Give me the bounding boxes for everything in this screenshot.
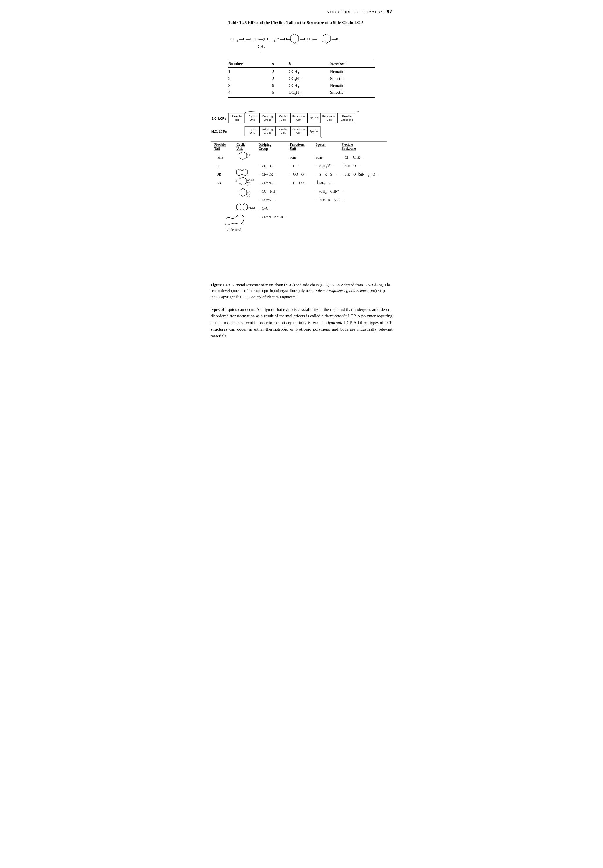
svg-text:—(CH: —(CH — [315, 190, 325, 193]
svg-text:M.C. LCPs: M.C. LCPs — [211, 130, 227, 134]
svg-text:Tail: Tail — [234, 118, 239, 121]
page-header: STRUCTURE OF POLYMERS 97 — [211, 9, 393, 15]
svg-text:—SiR: —SiR — [315, 181, 324, 185]
svg-text:Flexible: Flexible — [342, 114, 351, 118]
svg-text:—CR=CR—: —CR=CR— — [258, 173, 276, 176]
svg-text:X: X — [235, 179, 237, 182]
svg-marker-120 — [239, 188, 246, 196]
svg-text:2: 2 — [326, 166, 327, 169]
svg-text:OR: OR — [216, 173, 221, 176]
svg-text:): ) — [328, 164, 329, 168]
svg-text:2: 2 — [325, 192, 326, 194]
table-cell-structure: Nematic — [330, 68, 375, 76]
chemical-formula: CH 3 —C—COO—(CH 2 ) n —O— CH 2 —COO— —R — [228, 28, 393, 56]
table-cell-r: OC6H13 — [289, 90, 330, 97]
svg-text:Cholesteryl: Cholesteryl — [226, 228, 241, 232]
svg-text:n: n — [337, 189, 339, 192]
svg-text:Unit: Unit — [296, 131, 302, 134]
figure-label: Figure 1.69 — [211, 283, 230, 287]
svg-text:CH: CH — [230, 37, 235, 41]
svg-text:Bridging: Bridging — [262, 114, 273, 118]
svg-text:—CO—O—: —CO—O— — [258, 164, 276, 168]
table-cell-n: 2 — [272, 76, 289, 83]
table-cell-r: OCH3 — [289, 83, 330, 90]
data-table: Number n R Structure 1 2 OCH3 Nematic2 2… — [228, 60, 375, 98]
svg-text:—(CH: —(CH — [315, 164, 325, 168]
main-diagram-svg: S.C. LCPs Flexible Tail Cyclic Unit Brid… — [211, 106, 393, 276]
svg-marker-70 — [239, 152, 246, 160]
svg-text:Functional: Functional — [292, 128, 305, 131]
svg-marker-12 — [291, 34, 299, 43]
svg-marker-99 — [239, 177, 246, 185]
svg-text:none: none — [316, 156, 322, 159]
svg-text:Cyclic: Cyclic — [248, 128, 256, 131]
table-cell-r: OC3H7 — [289, 76, 330, 83]
svg-text:Unit: Unit — [249, 118, 255, 121]
svg-text:Functional: Functional — [290, 143, 305, 147]
svg-marker-125 — [242, 204, 247, 210]
svg-text:2: 2 — [324, 183, 325, 186]
svg-text:—S—R—S—: —S—R—S— — [315, 173, 336, 176]
svg-text:Backbone: Backbone — [341, 147, 356, 151]
table-cell-structure: Smectic — [330, 90, 375, 97]
col-number: Number — [228, 60, 272, 68]
svg-text:S.C. LCPs: S.C. LCPs — [211, 117, 226, 120]
svg-text:Unit: Unit — [290, 147, 296, 151]
svg-text:—O—: —O— — [369, 173, 379, 176]
figure-caption: Figure 1.69 General structure of main-ch… — [211, 282, 393, 300]
svg-text:n: n — [357, 110, 359, 113]
svg-text:2: 2 — [368, 175, 369, 177]
svg-text:Tail: Tail — [214, 147, 220, 151]
svg-text:CH: CH — [258, 45, 263, 49]
svg-text:—O—: —O— — [289, 164, 299, 168]
svg-text:—C—COO—(CH: —C—COO—(CH — [239, 37, 270, 42]
svg-text:Functional: Functional — [292, 114, 305, 118]
svg-text:X=Me: X=Me — [247, 178, 254, 181]
page-number: 97 — [387, 9, 392, 15]
svg-text:—CHR): —CHR) — [326, 190, 338, 193]
table-cell-number: 4 — [228, 90, 272, 97]
col-r: R — [289, 60, 330, 68]
table-cell-structure: Smectic — [330, 76, 375, 83]
svg-text:—CO—O—: —CO—O— — [289, 173, 307, 176]
svg-marker-89 — [242, 169, 247, 176]
svg-text:2: 2 — [264, 46, 265, 50]
svg-text:—C≡C—: —C≡C— — [258, 207, 272, 210]
svg-text:Backbone: Backbone — [340, 118, 353, 121]
svg-text:1,4: 1,4 — [247, 190, 250, 193]
svg-text:Functional: Functional — [322, 114, 336, 118]
section-title: STRUCTURE OF POLYMERS — [326, 10, 384, 14]
svg-text:Unit: Unit — [280, 118, 286, 121]
table-cell-n: 2 — [272, 68, 289, 76]
table-cell-structure: Nematic — [330, 83, 375, 90]
svg-text:Group: Group — [264, 118, 271, 121]
svg-text:Flexible: Flexible — [232, 114, 241, 118]
svg-marker-14 — [322, 34, 330, 43]
svg-text:Unit: Unit — [296, 118, 302, 121]
svg-text:n: n — [277, 36, 279, 40]
svg-text:Cyclic: Cyclic — [236, 143, 245, 147]
svg-text:Flexible: Flexible — [341, 143, 353, 147]
svg-text:Flexible: Flexible — [214, 143, 226, 147]
svg-text:): ) — [275, 37, 277, 42]
svg-text:n=1,2,3: n=1,2,3 — [247, 206, 255, 209]
svg-text:—O—: —O— — [280, 37, 291, 41]
svg-text:Ph: Ph — [247, 181, 250, 184]
svg-text:—O—CO—: —O—CO— — [289, 181, 307, 185]
table-title: Table 1.25 Effect of the Flexible Tail o… — [228, 20, 393, 25]
svg-text:—COO—: —COO— — [300, 37, 317, 41]
table-cell-number: 2 — [228, 76, 272, 83]
svg-text:—NO=N—: —NO=N— — [258, 198, 274, 202]
svg-text:n: n — [321, 135, 322, 139]
svg-text:none: none — [216, 156, 223, 159]
svg-text:R: R — [216, 164, 219, 168]
svg-text:—CO—NH—: —CO—NH— — [258, 190, 278, 193]
figure-container: S.C. LCPs Flexible Tail Cyclic Unit Brid… — [211, 106, 393, 277]
svg-text:Cyclic: Cyclic — [279, 128, 287, 131]
svg-text:CN: CN — [216, 181, 221, 185]
svg-text:Unit: Unit — [249, 131, 255, 134]
svg-text:—: — — [331, 164, 334, 168]
svg-text:1,4: 1,4 — [247, 157, 250, 160]
figure-caption-text: General structure of main-chain (M.C.) a… — [211, 283, 391, 299]
svg-text:—SiR—O—: —SiR—O— — [341, 164, 359, 168]
